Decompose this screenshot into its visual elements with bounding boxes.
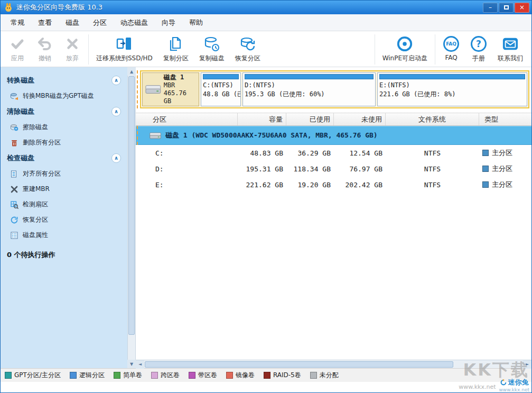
collapse-chevron-icon[interactable]: ∧ [111,107,121,116]
sidebar-item-convert-mbr-to-gpt[interactable]: 转换MBR磁盘为GPT磁盘 [1,88,127,104]
column-header-used[interactable]: 已使用 [286,113,334,125]
winpe-bootable-button[interactable]: WinPE可启动盘 [377,33,433,66]
toolbar-separator [435,34,435,65]
legend-color-spanned [151,372,158,379]
section-check-disk[interactable]: 检查磁盘 ∧ [1,150,127,166]
table-header: 分区 容量 已使用 未使用 文件系统 类型 [136,113,531,126]
menu-dynamic-disk[interactable]: 动态磁盘 [114,16,155,30]
collapse-chevron-icon[interactable]: ∧ [111,76,121,85]
sidebar-item-label: 转换MBR磁盘为GPT磁盘 [23,92,94,100]
bottom-strip [1,382,531,392]
copy-partition-button[interactable]: 复制分区 [158,33,194,66]
menu-general[interactable]: 常规 [4,16,31,30]
table-row-disk1-selected[interactable]: 磁盘 1 (WDC WD5000AAKX-75U6AA0 SATA, MBR, … [136,126,531,145]
partition-usage-band [203,74,239,79]
table-row-partition-e[interactable]: E: 221.62 GB 19.20 GB 202.42 GB NTFS 主分区 [136,177,531,193]
discard-button[interactable]: 放弃 [59,33,86,66]
scroll-right-arrow[interactable]: ► [523,360,531,369]
partition-table: 分区 容量 已使用 未使用 文件系统 类型 磁盘 1 (WDC WD5000AA… [136,113,531,193]
toolbar-spacer [266,33,372,66]
disk-type: MBR [164,81,198,89]
check-sectors-icon [10,200,18,209]
legend-spanned-volume: 跨区卷 [151,371,180,380]
legend-color-raid5 [264,372,270,379]
migrate-os-button[interactable]: 迁移系统到SSD/HD [91,33,158,66]
disk-map-partition-e[interactable]: E:(NTFS) 221.6 GB (已使用: 8%) [377,72,527,106]
sidebar-item-wipe-disk[interactable]: 擦除磁盘 [1,120,127,135]
scroll-down-arrow[interactable]: ▼ [127,360,136,368]
column-header-capacity[interactable]: 容量 [238,113,286,125]
faq-button[interactable]: FAQ FAQ [437,33,465,66]
section-wipe-disk[interactable]: 清除磁盘 ∧ [1,104,127,120]
sidebar-item-recover-partition[interactable]: 恢复分区 [1,212,127,227]
partition-label: C:(NTFS) [203,81,239,90]
manual-button[interactable]: ? 手册 [465,33,492,66]
section-convert-disk[interactable]: 转换磁盘 ∧ [1,72,127,88]
sidebar-item-check-sectors[interactable]: 检测扇区 [1,197,127,212]
cell-unused: 12.54 GB [334,149,386,157]
copy-partition-label: 复制分区 [163,54,189,63]
menu-wizard[interactable]: 向导 [155,16,182,30]
column-header-type[interactable]: 类型 [479,113,531,125]
cell-partition: E: [136,181,238,189]
maximize-button[interactable] [499,3,514,13]
app-window: 迷你兔分区向导免费版 10.3 – × 常规 查看 磁盘 分区 动态磁盘 向导 … [0,0,532,393]
legend-raid5-volume: RAID-5卷 [264,371,301,380]
align-partitions-icon [10,170,18,178]
horizontal-scrollbar[interactable]: ◄ ► [136,360,531,368]
legend-striped-volume: 带区卷 [189,371,217,380]
recover-partition-toolbar-label: 恢复分区 [235,54,260,63]
contact-us-button[interactable]: 联系我们 [492,33,528,66]
recover-partition-icon [240,35,256,52]
cell-capacity: 48.83 GB [238,149,286,157]
column-header-partition[interactable]: 分区 [136,113,238,125]
collapse-chevron-icon[interactable]: ∧ [111,153,121,163]
disk-map-partition-d[interactable]: D:(NTFS) 195.3 GB (已使用: 60%) [242,72,376,106]
cell-used: 36.29 GB [286,149,334,157]
disk-map-partition-c[interactable]: C:(NTFS) 48.8 GB (已 [201,72,241,106]
table-row-partition-c[interactable]: C: 48.83 GB 36.29 GB 12.54 GB NTFS 主分区 [136,145,531,161]
scroll-left-arrow[interactable]: ◄ [136,360,144,369]
scroll-up-arrow[interactable]: ▲ [127,67,136,76]
cell-filesystem: NTFS [386,181,479,189]
sidebar-item-delete-all-partitions[interactable]: 删除所有分区 [1,135,127,150]
partition-label: D:(NTFS) [245,81,374,90]
menu-disk[interactable]: 磁盘 [59,16,86,30]
cell-used: 118.34 GB [286,165,334,173]
horizontal-scrollbar-thumb[interactable] [145,361,453,368]
disk-name: 磁盘 1 [164,74,198,81]
apply-label: 应用 [11,54,24,63]
column-header-unused[interactable]: 未使用 [334,113,386,125]
sidebar-item-align-all-partitions[interactable]: 对齐所有分区 [1,166,127,181]
menu-partition[interactable]: 分区 [86,16,114,30]
undo-arrow-icon [38,35,52,52]
copy-disk-button[interactable]: 复制磁盘 [194,33,230,66]
cell-filesystem: NTFS [386,149,479,157]
column-header-filesystem[interactable]: 文件系统 [386,113,479,125]
cell-unused: 76.97 GB [334,165,386,173]
recover-partition-button[interactable]: 恢复分区 [230,33,266,66]
undo-button[interactable]: 撤销 [31,33,59,66]
migrate-os-icon [116,35,132,52]
menu-view[interactable]: 查看 [31,16,59,30]
vertical-scrollbar-thumb[interactable] [128,76,135,335]
disk-map-disk1[interactable]: 磁盘 1 MBR 465.76 GB [142,72,199,106]
copy-disk-label: 复制磁盘 [199,54,225,63]
undo-label: 撤销 [39,54,51,63]
table-row-partition-d[interactable]: D: 195.31 GB 118.34 GB 76.97 GB NTFS 主分区 [136,161,531,177]
apply-button[interactable]: 应用 [4,33,31,66]
sidebar-item-disk-properties[interactable]: 磁盘属性 [1,227,127,243]
legend-color-simple [114,372,120,379]
section-title: 清除磁盘 [7,107,34,116]
minimize-button[interactable]: – [483,3,498,13]
sidebar-item-rebuild-mbr[interactable]: 重建MBR [1,181,127,197]
legend-bar: GPT分区/主分区 逻辑分区 简单卷 跨区卷 带区卷 镜像卷 RAID-5卷 [1,368,531,382]
window-title: 迷你兔分区向导免费版 10.3 [16,3,483,12]
vertical-scrollbar[interactable]: ▲ ▼ [127,67,136,368]
question-mark-icon: ? [471,35,487,52]
cell-filesystem: NTFS [386,165,479,173]
faq-label: FAQ [445,54,457,61]
menu-help[interactable]: 帮助 [182,16,210,30]
close-button[interactable]: × [515,3,529,13]
copy-partition-icon [168,35,184,52]
